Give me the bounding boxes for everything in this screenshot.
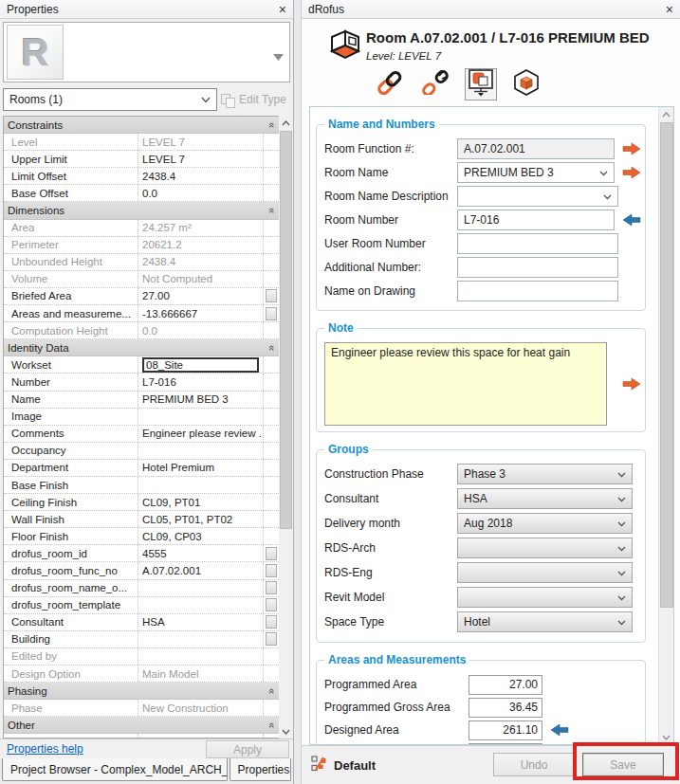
property-value[interactable]: Engineer please review ... <box>138 426 264 442</box>
property-value[interactable] <box>138 477 264 493</box>
property-value[interactable] <box>138 409 264 425</box>
associate-parameter-button[interactable] <box>266 581 277 594</box>
property-value[interactable] <box>138 443 264 459</box>
push-note-arrow-icon[interactable] <box>622 377 641 391</box>
section-header[interactable]: Other« <box>4 717 279 734</box>
collapse-icon[interactable]: « <box>266 121 278 127</box>
push-to-drofus-arrow-icon[interactable] <box>622 142 641 155</box>
property-value[interactable] <box>138 580 264 596</box>
field-dropdown[interactable]: Hotel <box>457 611 633 632</box>
room-level: Level: LEVEL 7 <box>366 50 441 62</box>
collapse-icon[interactable]: « <box>266 722 278 728</box>
scroll-up-icon[interactable] <box>279 116 293 130</box>
properties-scrollbar[interactable] <box>279 116 293 738</box>
field-number-input[interactable]: 261.10 <box>469 720 542 740</box>
field-number-input[interactable]: 8.00 <box>469 743 542 745</box>
scroll-thumb[interactable] <box>280 131 292 529</box>
property-value[interactable]: 0.0 <box>138 185 264 201</box>
property-value[interactable] <box>138 631 264 647</box>
field-input[interactable]: L7-016 <box>457 210 615 230</box>
close-icon[interactable]: × <box>279 3 286 16</box>
field-dropdown[interactable]: Aug 2018 <box>457 513 633 534</box>
associate-parameter-button[interactable] <box>266 307 277 320</box>
field-dropdown[interactable] <box>457 587 633 608</box>
property-row: Upper LimitLEVEL 7 <box>4 151 279 168</box>
property-value[interactable]: LEVEL 7 <box>138 151 264 167</box>
associate-parameter-button[interactable] <box>266 564 277 577</box>
collapse-icon[interactable]: « <box>266 208 278 213</box>
collapse-icon[interactable]: « <box>266 345 278 351</box>
pull-from-revit-arrow-icon[interactable] <box>550 723 569 737</box>
associate-parameter-button[interactable] <box>266 598 277 611</box>
apply-button[interactable]: Apply <box>206 740 289 758</box>
field-dropdown[interactable] <box>457 562 633 583</box>
field-input[interactable] <box>457 281 618 301</box>
drofus-form: Name and Numbers Room Function #:A.07.02… <box>309 106 674 745</box>
field-number-input[interactable]: 36.45 <box>469 698 542 718</box>
property-value[interactable]: CL09, PT01 <box>138 494 264 510</box>
name-numbers-fields: Room Function #:A.07.02.001Room NamePREM… <box>324 138 641 301</box>
section-header[interactable]: Phasing« <box>4 683 279 700</box>
property-row: drofus_room_id4555 <box>4 545 279 562</box>
property-value[interactable]: 4555 <box>138 545 264 561</box>
property-label: Workset <box>4 356 138 373</box>
property-value[interactable]: L7-016 <box>138 374 264 390</box>
undo-button[interactable]: Undo <box>493 753 575 776</box>
close-icon[interactable]: × <box>666 3 673 16</box>
associate-parameter-button[interactable] <box>266 632 277 646</box>
scroll-up-icon[interactable] <box>659 107 673 121</box>
section-header[interactable]: Dimensions« <box>4 202 279 219</box>
property-row: Area24.257 m² <box>4 220 279 237</box>
panel-divider[interactable] <box>295 0 302 784</box>
property-value[interactable] <box>138 597 264 613</box>
field-combobox[interactable]: PREMIUM BED 3 <box>457 162 615 183</box>
chevron-down-icon <box>599 166 608 179</box>
property-value-selected[interactable]: 08_Site <box>142 357 259 373</box>
type-selector-combo[interactable]: Rooms (1) <box>3 88 217 111</box>
field-dropdown[interactable] <box>457 538 633 558</box>
field-combobox[interactable] <box>457 186 618 207</box>
associate-parameter-button[interactable] <box>266 547 277 560</box>
property-value[interactable]: 08_Site <box>138 356 264 373</box>
property-value[interactable]: -13.666667 <box>138 305 264 321</box>
chevron-down-icon <box>617 615 626 629</box>
field-input[interactable] <box>457 233 618 254</box>
model-cube-button[interactable] <box>510 68 542 100</box>
unlink-button[interactable] <box>419 68 451 100</box>
field-label: Room Number <box>324 213 457 227</box>
link-button[interactable] <box>374 68 406 100</box>
collapse-icon[interactable]: « <box>266 688 278 694</box>
property-value[interactable]: PREMIUM BED 3 <box>138 392 264 408</box>
pull-from-revit-arrow-icon[interactable] <box>622 213 641 227</box>
note-textarea[interactable]: Engineer please review this space for he… <box>324 342 607 426</box>
tab-project-browser[interactable]: Project Browser - Complex_Model_ARCH_Wi.… <box>2 758 228 781</box>
associate-parameter-button[interactable] <box>266 615 277 629</box>
property-value[interactable]: A.07.02.001 <box>138 562 264 578</box>
section-header[interactable]: Constraints« <box>4 117 279 134</box>
associate-parameter-button[interactable] <box>266 289 277 302</box>
field-dropdown[interactable]: Phase 3 <box>457 464 633 484</box>
field-number-input[interactable]: 27.00 <box>469 675 542 695</box>
property-value[interactable]: 27.00 <box>138 288 264 304</box>
tab-properties[interactable]: Properties <box>230 758 291 781</box>
sync-monitor-button[interactable] <box>465 68 497 100</box>
property-value[interactable]: HSA <box>138 614 264 630</box>
property-value[interactable]: CL05, PT01, PT02 <box>138 511 264 527</box>
properties-help-link[interactable]: Properties help <box>7 742 83 756</box>
property-value[interactable]: CL09, CP03 <box>138 528 264 544</box>
section-header[interactable]: Identity Data« <box>4 339 279 356</box>
field-row: Additional Number: <box>324 257 641 278</box>
field-input[interactable] <box>457 257 618 278</box>
push-to-drofus-arrow-icon[interactable] <box>622 166 641 179</box>
edit-type-button[interactable]: Edit Type <box>217 88 290 111</box>
property-value[interactable]: Hotel Premium <box>138 460 264 476</box>
scroll-thumb[interactable] <box>660 122 673 608</box>
chevron-down-icon <box>617 541 626 555</box>
default-config[interactable]: Default <box>311 756 376 775</box>
scroll-down-icon[interactable] <box>279 724 293 738</box>
property-value[interactable]: 2438.4 <box>138 168 264 184</box>
drofus-scrollbar[interactable] <box>658 107 673 744</box>
field-row: Space TypeHotel <box>324 611 641 632</box>
preview-expand-icon[interactable] <box>273 47 284 64</box>
field-dropdown[interactable]: HSA <box>457 488 633 509</box>
